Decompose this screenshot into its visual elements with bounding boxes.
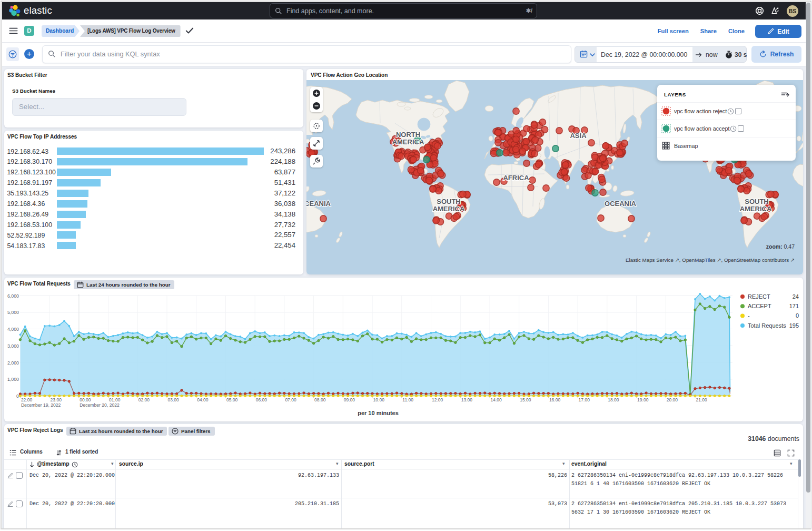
svg-text:21:00: 21:00 [696,397,708,402]
svg-text:SOUTH: SOUTH [745,198,769,205]
svg-text:December 20, 2022: December 20, 2022 [80,402,120,408]
svg-text:195: 195 [789,322,799,329]
svg-text:AMERICA: AMERICA [433,205,465,213]
svg-text:01:00: 01:00 [109,397,121,402]
svg-text:Total Requests: Total Requests [748,322,786,329]
svg-text:02:00: 02:00 [138,397,150,402]
svg-text:04:00: 04:00 [197,397,209,402]
svg-text:00:00: 00:00 [80,397,91,402]
svg-text:14:00: 14:00 [491,397,502,402]
svg-text:3,000: 3,000 [7,343,19,349]
svg-text:ACCEPT: ACCEPT [748,303,771,309]
svg-text:6,000: 6,000 [7,293,19,299]
svg-text:19:00: 19:00 [637,397,649,402]
svg-text:per 10 minutes: per 10 minutes [358,410,399,416]
svg-text:AMERICA: AMERICA [392,138,424,146]
svg-text:08:00: 08:00 [314,397,326,402]
svg-text:AFRICA: AFRICA [503,174,529,182]
svg-text:171: 171 [789,303,799,309]
svg-text:0: 0 [16,394,19,399]
svg-text:24: 24 [793,293,799,300]
svg-text:03:00: 03:00 [168,397,180,402]
svg-text:1,000: 1,000 [7,377,19,382]
svg-text:2,000: 2,000 [7,360,19,366]
svg-text:12:00: 12:00 [432,397,443,402]
svg-text:OCEANIA: OCEANIA [306,200,331,208]
svg-text:16:00: 16:00 [549,397,561,402]
svg-text:17:00: 17:00 [579,397,590,402]
svg-text:OCEANIA: OCEANIA [605,200,637,208]
svg-text:15:00: 15:00 [520,397,531,402]
svg-text:11:00: 11:00 [402,397,413,402]
svg-text:20:00: 20:00 [667,397,678,402]
svg-text:10:00: 10:00 [373,397,385,402]
svg-text:ASIA: ASIA [570,132,587,140]
svg-text:09:00: 09:00 [344,397,355,402]
svg-text:0: 0 [796,312,799,319]
svg-text:REJECT: REJECT [748,293,770,300]
svg-text:-: - [748,312,750,319]
svg-text:05:00: 05:00 [226,397,238,402]
svg-text:AMERICA: AMERICA [740,205,772,213]
svg-text:4,000: 4,000 [7,327,19,332]
svg-text:07:00: 07:00 [285,397,296,402]
svg-text:5,000: 5,000 [7,310,19,315]
svg-text:December 19, 2022: December 19, 2022 [21,402,61,408]
svg-text:NORTH: NORTH [396,131,420,139]
svg-text:06:00: 06:00 [256,397,268,402]
svg-text:SOUTH: SOUTH [437,198,461,205]
svg-text:13:00: 13:00 [461,397,473,402]
svg-text:22:00: 22:00 [21,397,33,402]
svg-text:18:00: 18:00 [608,397,619,402]
svg-text:23:00: 23:00 [51,397,62,402]
